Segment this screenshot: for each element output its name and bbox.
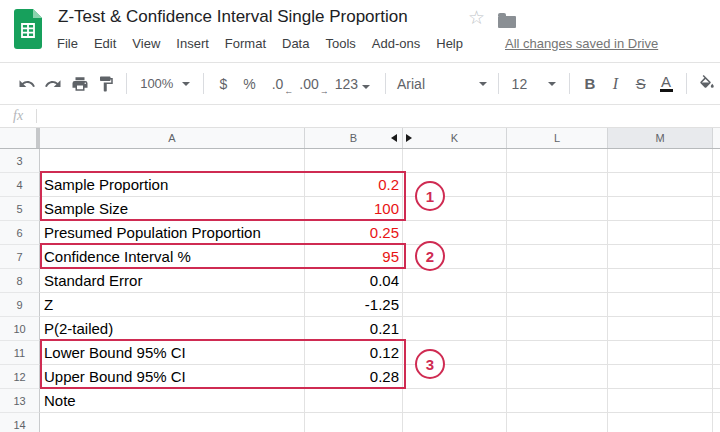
cell-a14[interactable]	[40, 413, 305, 432]
hidden-columns-left-indicator[interactable]	[391, 134, 397, 142]
folder-icon[interactable]	[498, 16, 516, 28]
cell-k12[interactable]	[403, 365, 507, 389]
paint-format-icon[interactable]	[93, 70, 119, 97]
cell-k7[interactable]	[403, 245, 507, 269]
format-currency-button[interactable]: $	[211, 76, 235, 92]
font-family-dropdown[interactable]: Arial	[393, 76, 491, 92]
cell-b11[interactable]: 0.12	[305, 341, 403, 365]
cell-l7[interactable]	[507, 245, 608, 269]
cell-a12[interactable]: Upper Bound 95% CI	[40, 365, 305, 389]
cell-m4[interactable]	[608, 173, 713, 197]
decrease-decimals-button[interactable]: .0←	[264, 76, 292, 92]
cell-a5[interactable]: Sample Size	[40, 197, 305, 221]
cell-k14[interactable]	[403, 413, 507, 432]
cell-l8[interactable]	[507, 269, 608, 293]
cell-a11[interactable]: Lower Bound 95% CI	[40, 341, 305, 365]
cell-k3[interactable]	[403, 149, 507, 173]
strikethrough-button[interactable]: S	[628, 71, 653, 97]
cell-k6[interactable]	[403, 221, 507, 245]
print-icon[interactable]	[67, 70, 93, 97]
column-header-m[interactable]: M	[608, 128, 713, 148]
cell-k9[interactable]	[403, 293, 507, 317]
menu-tools[interactable]: Tools	[325, 36, 355, 51]
menu-format[interactable]: Format	[225, 36, 266, 51]
cell-b7[interactable]: 95	[305, 245, 403, 269]
column-header-partial[interactable]	[713, 128, 720, 148]
cell-m14[interactable]	[608, 413, 713, 432]
menu-insert[interactable]: Insert	[176, 36, 209, 51]
zoom-dropdown[interactable]: 100%	[134, 76, 196, 91]
row-header-12[interactable]: 12	[0, 365, 40, 389]
column-header-k[interactable]: K	[403, 128, 507, 148]
cell-b4[interactable]: 0.2	[305, 173, 403, 197]
cell-l6[interactable]	[507, 221, 608, 245]
italic-button[interactable]: I	[603, 71, 628, 97]
redo-icon[interactable]	[40, 70, 66, 97]
cell-a7[interactable]: Confidence Interval %	[40, 245, 305, 269]
fill-color-icon[interactable]	[694, 70, 720, 97]
column-header-b[interactable]: B	[305, 128, 403, 148]
cell-l13[interactable]	[507, 389, 608, 413]
cell-m7[interactable]	[608, 245, 713, 269]
cell-k5[interactable]	[403, 197, 507, 221]
cell-partial[interactable]	[713, 269, 720, 293]
row-header-5[interactable]: 5	[0, 197, 40, 221]
cell-m8[interactable]	[608, 269, 713, 293]
cell-b13[interactable]	[305, 389, 403, 413]
undo-icon[interactable]	[14, 70, 40, 97]
document-title[interactable]: Z-Test & Confidence Interval Single Prop…	[58, 7, 408, 27]
cell-a4[interactable]: Sample Proportion	[40, 173, 305, 197]
row-header-9[interactable]: 9	[0, 293, 40, 317]
sheets-logo-icon[interactable]	[14, 9, 42, 49]
row-header-13[interactable]: 13	[0, 389, 40, 413]
menu-add-ons[interactable]: Add-ons	[372, 36, 420, 51]
cell-b8[interactable]: 0.04	[305, 269, 403, 293]
star-icon[interactable]: ☆	[468, 7, 485, 29]
cell-b5[interactable]: 100	[305, 197, 403, 221]
menu-file[interactable]: File	[57, 36, 78, 51]
cell-k4[interactable]	[403, 173, 507, 197]
format-percent-button[interactable]: %	[235, 76, 263, 92]
row-header-6[interactable]: 6	[0, 221, 40, 245]
cell-l11[interactable]	[507, 341, 608, 365]
cell-m3[interactable]	[608, 149, 713, 173]
row-header-11[interactable]: 11	[0, 341, 40, 365]
row-header-3[interactable]: 3	[0, 149, 40, 173]
cell-a6[interactable]: Presumed Population Proportion	[40, 221, 305, 245]
select-all-corner[interactable]	[0, 128, 40, 148]
cell-k10[interactable]	[403, 317, 507, 341]
cell-partial[interactable]	[713, 149, 720, 173]
cell-l14[interactable]	[507, 413, 608, 432]
increase-decimals-button[interactable]: .00→	[291, 76, 326, 92]
row-header-7[interactable]: 7	[0, 245, 40, 269]
cell-b9[interactable]: -1.25	[305, 293, 403, 317]
cell-partial[interactable]	[713, 317, 720, 341]
cell-b14[interactable]	[305, 413, 403, 432]
cell-k13[interactable]	[403, 389, 507, 413]
cell-m5[interactable]	[608, 197, 713, 221]
cell-partial[interactable]	[713, 341, 720, 365]
cell-partial[interactable]	[713, 293, 720, 317]
cell-a3[interactable]	[40, 149, 305, 173]
cell-a8[interactable]: Standard Error	[40, 269, 305, 293]
cell-b6[interactable]: 0.25	[305, 221, 403, 245]
font-size-dropdown[interactable]: 12	[506, 76, 563, 92]
cell-m10[interactable]	[608, 317, 713, 341]
cell-partial[interactable]	[713, 389, 720, 413]
menu-help[interactable]: Help	[436, 36, 463, 51]
cell-m11[interactable]	[608, 341, 713, 365]
text-color-button[interactable]: A	[653, 71, 678, 97]
menu-data[interactable]: Data	[282, 36, 309, 51]
menu-edit[interactable]: Edit	[94, 36, 116, 51]
row-header-8[interactable]: 8	[0, 269, 40, 293]
menu-view[interactable]: View	[132, 36, 160, 51]
row-header-14[interactable]: 14	[0, 413, 40, 432]
cell-partial[interactable]	[713, 173, 720, 197]
cell-m6[interactable]	[608, 221, 713, 245]
column-header-a[interactable]: A	[40, 128, 305, 148]
cell-a9[interactable]: Z	[40, 293, 305, 317]
cell-b10[interactable]: 0.21	[305, 317, 403, 341]
cell-b3[interactable]	[305, 149, 403, 173]
cell-a10[interactable]: P(2-tailed)	[40, 317, 305, 341]
cell-k11[interactable]	[403, 341, 507, 365]
